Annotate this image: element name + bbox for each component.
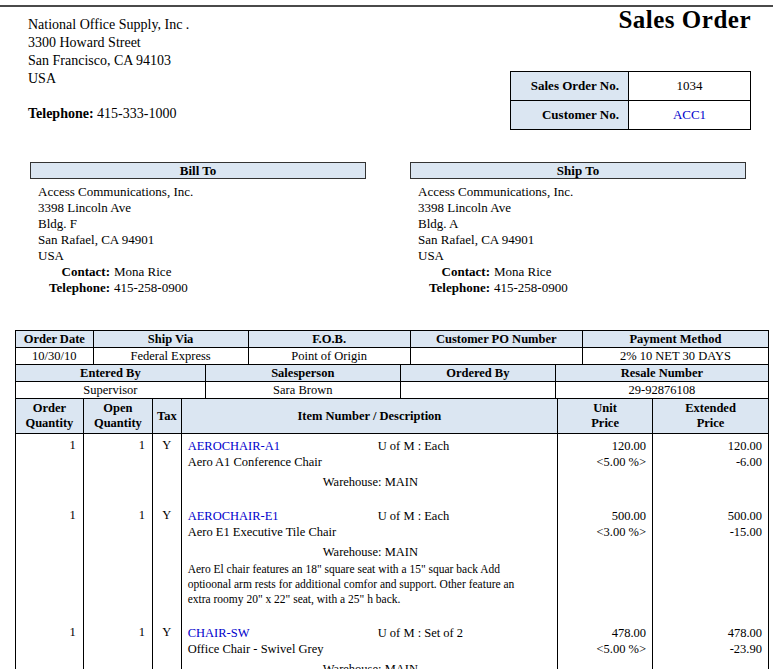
unit-of-measure: U of M : Each (378, 508, 450, 524)
contact-label: Contact: (418, 264, 490, 280)
unit-price-cell: 500.00<3.00 %> (558, 504, 653, 621)
unit-price-header: UnitPrice (558, 399, 653, 434)
salesperson-header: Salesperson (205, 365, 400, 382)
order-date-header: Order Date (16, 331, 94, 348)
extended-price-cell: 120.00-6.00 (653, 434, 769, 505)
telephone-label: Telephone: (28, 106, 94, 121)
item-description-header: Item Number / Description (181, 399, 558, 434)
ship-to-line: Bldg. A (418, 216, 746, 232)
ship-to-address: Access Communications, Inc. 3398 Lincoln… (410, 179, 746, 296)
open-quantity-header: OpenQuantity (83, 399, 152, 434)
item-long-description: Aero El chair features an 18" square sea… (188, 562, 554, 607)
bill-to-address: Access Communications, Inc. 3398 Lincoln… (30, 179, 366, 296)
payment-method-value: 2% 10 NET 30 DAYS (582, 348, 768, 365)
salesperson-value: Sara Brown (205, 382, 400, 399)
ordered-by-value (400, 382, 555, 399)
resale-number-value: 29-92876108 (555, 382, 768, 399)
item-code-link[interactable]: CHAIR-SW (188, 626, 250, 640)
customer-no-label: Customer No. (511, 101, 629, 130)
telephone-value: 415-258-0900 (494, 280, 568, 295)
item-name: Aero E1 Executive Tile Chair (188, 524, 554, 540)
contact-label: Contact: (38, 264, 110, 280)
bill-to-phone: Telephone:415-258-0900 (38, 280, 366, 296)
order-qty-cell: 1 (16, 621, 84, 669)
tax-cell: Y (153, 434, 182, 505)
unit-price-cell: 120.00<5.00 %> (558, 434, 653, 505)
entered-by-value: Supervisor (16, 382, 206, 399)
items-header-row: OrderQuantity OpenQuantity Tax Item Numb… (16, 399, 769, 434)
ship-to-phone: Telephone:415-258-0900 (418, 280, 746, 296)
ship-to-header: Ship To (410, 162, 746, 179)
ship-via-header: Ship Via (93, 331, 248, 348)
bill-to-line: San Rafael, CA 94901 (38, 232, 366, 248)
telephone-label: Telephone: (418, 280, 490, 296)
unit-of-measure: U of M : Set of 2 (378, 625, 463, 641)
order-info-table-2: Entered By Salesperson Ordered By Resale… (15, 364, 769, 399)
order-number-box: Sales Order No. 1034 Customer No. ACC1 (510, 71, 751, 130)
item-description-cell: AEROCHAIR-A1U of M : Each Aero A1 Confer… (181, 434, 558, 505)
bill-to-contact: Contact:Mona Rice (38, 264, 366, 280)
entered-by-header: Entered By (16, 365, 206, 382)
resale-number-header: Resale Number (555, 365, 768, 382)
unit-price-cell: 478.00<5.00 %> (558, 621, 653, 669)
bill-to-line: 3398 Lincoln Ave (38, 200, 366, 216)
company-name: National Office Supply, Inc . (28, 16, 189, 34)
company-block: National Office Supply, Inc . 3300 Howar… (28, 16, 189, 123)
company-phone: Telephone: 415-333-1000 (28, 105, 189, 123)
item-name: Office Chair - Swivel Grey (188, 641, 554, 657)
order-quantity-header: OrderQuantity (16, 399, 84, 434)
fob-header: F.O.B. (248, 331, 410, 348)
tax-cell: Y (153, 504, 182, 621)
company-address-line: USA (28, 70, 189, 88)
ship-to-line: Access Communications, Inc. (418, 184, 746, 200)
warehouse-line: Warehouse: MAIN (188, 544, 554, 560)
order-info-value-row: Supervisor Sara Brown 29-92876108 (16, 382, 769, 399)
item-code-link[interactable]: AEROCHAIR-E1 (188, 509, 279, 523)
customer-no-row: Customer No. ACC1 (511, 101, 751, 130)
warehouse-line: Warehouse: MAIN (188, 661, 554, 669)
contact-value: Mona Rice (114, 264, 171, 279)
item-description-cell: CHAIR-SWU of M : Set of 2 Office Chair -… (181, 621, 558, 669)
customer-po-value (410, 348, 582, 365)
line-item-row: 1 1 Y AEROCHAIR-E1U of M : Each Aero E1 … (16, 504, 769, 621)
item-name: Aero A1 Conference Chair (188, 454, 554, 470)
company-address-line: 3300 Howard Street (28, 34, 189, 52)
order-qty-cell: 1 (16, 504, 84, 621)
order-info-header-row: Entered By Salesperson Ordered By Resale… (16, 365, 769, 382)
bill-to-line: Bldg. F (38, 216, 366, 232)
extended-price-cell: 500.00-15.00 (653, 504, 769, 621)
company-address-line: San Francisco, CA 94103 (28, 52, 189, 70)
tax-header: Tax (153, 399, 182, 434)
order-info-table-1: Order Date Ship Via F.O.B. Customer PO N… (15, 330, 769, 365)
payment-method-header: Payment Method (582, 331, 768, 348)
extended-price-cell: 478.00-23.90 (653, 621, 769, 669)
item-description-cell: AEROCHAIR-E1U of M : Each Aero E1 Execut… (181, 504, 558, 621)
extended-price-header: ExtendedPrice (653, 399, 769, 434)
sales-order-no-row: Sales Order No. 1034 (511, 72, 751, 101)
fob-value: Point of Origin (248, 348, 410, 365)
item-code-link[interactable]: AEROCHAIR-A1 (188, 439, 280, 453)
ship-to-contact: Contact:Mona Rice (418, 264, 746, 280)
line-item-row: 1 1 Y CHAIR-SWU of M : Set of 2 Office C… (16, 621, 769, 669)
open-qty-cell: 1 (83, 621, 152, 669)
line-items-table: OrderQuantity OpenQuantity Tax Item Numb… (15, 398, 769, 669)
bill-to-block: Bill To Access Communications, Inc. 3398… (30, 162, 366, 296)
line-item-row: 1 1 Y AEROCHAIR-A1U of M : Each Aero A1 … (16, 434, 769, 505)
ship-to-line: 3398 Lincoln Ave (418, 200, 746, 216)
order-info-header-row: Order Date Ship Via F.O.B. Customer PO N… (16, 331, 769, 348)
page-title: Sales Order (618, 6, 751, 34)
warehouse-line: Warehouse: MAIN (188, 474, 554, 490)
order-tables: Order Date Ship Via F.O.B. Customer PO N… (15, 330, 769, 669)
customer-po-header: Customer PO Number (410, 331, 582, 348)
open-qty-cell: 1 (83, 434, 152, 505)
order-qty-cell: 1 (16, 434, 84, 505)
sales-order-document: National Office Supply, Inc . 3300 Howar… (0, 0, 773, 669)
customer-no-link[interactable]: ACC1 (629, 101, 751, 130)
order-date-value: 10/30/10 (16, 348, 94, 365)
contact-value: Mona Rice (494, 264, 551, 279)
bill-to-header: Bill To (30, 162, 366, 179)
ordered-by-header: Ordered By (400, 365, 555, 382)
ship-via-value: Federal Express (93, 348, 248, 365)
telephone-value: 415-333-1000 (97, 106, 176, 121)
order-info-value-row: 10/30/10 Federal Express Point of Origin… (16, 348, 769, 365)
